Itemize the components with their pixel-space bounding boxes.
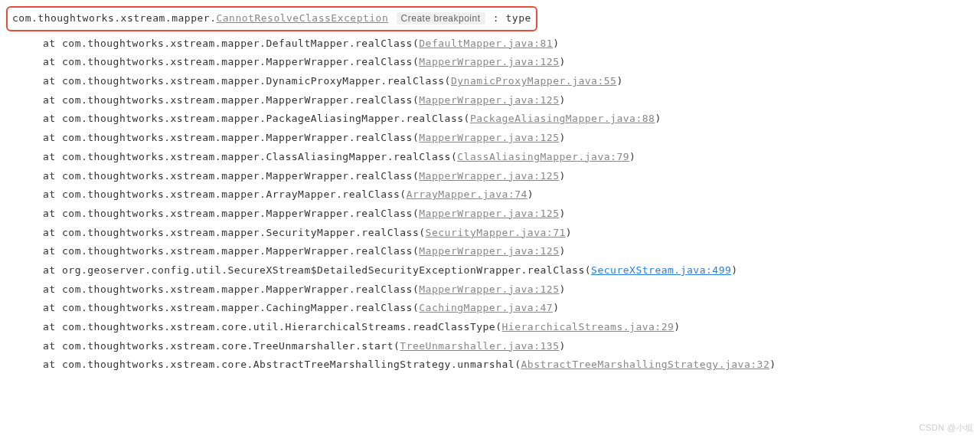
stack-method: com.thoughtworks.xstream.mapper.CachingM… [62,302,419,313]
stack-frame: at com.thoughtworks.xstream.mapper.Mappe… [6,280,974,300]
source-file-link[interactable]: MapperWrapper.java:125 [419,245,559,257]
source-file-link[interactable]: PackageAliasingMapper.java:88 [470,113,655,124]
stack-method: com.thoughtworks.xstream.mapper.PackageA… [62,113,470,124]
exception-header: com.thoughtworks.xstream.mapper.CannotRe… [6,6,537,31]
stack-suffix: ) [559,245,565,257]
stack-prefix: at [43,359,62,370]
stack-prefix: at [43,321,62,333]
stack-frame: at org.geoserver.config.util.SecureXStre… [6,261,974,280]
source-file-link[interactable]: CachingMapper.java:47 [419,302,553,313]
source-file-link[interactable]: MapperWrapper.java:125 [419,170,559,182]
stack-method: com.thoughtworks.xstream.core.TreeUnmars… [62,340,400,352]
stack-prefix: at [43,283,62,295]
stack-method: org.geoserver.config.util.SecureXStream$… [62,264,591,276]
stack-suffix: ) [731,264,737,276]
source-file-link[interactable]: ArrayMapper.java:74 [407,188,528,200]
stack-method: com.thoughtworks.xstream.mapper.MapperWr… [62,245,419,257]
stack-frame: at com.thoughtworks.xstream.mapper.Defau… [6,34,974,54]
stack-trace: at com.thoughtworks.xstream.mapper.Defau… [6,34,974,375]
stack-prefix: at [43,75,62,87]
exception-message: : type [493,12,531,24]
stack-frame: at com.thoughtworks.xstream.core.util.Hi… [6,318,974,337]
stack-frame: at com.thoughtworks.xstream.mapper.Mappe… [6,129,974,148]
exception-package: com.thoughtworks.xstream.mapper. [12,12,216,24]
stack-frame: at com.thoughtworks.xstream.mapper.Secur… [6,224,974,243]
stack-frame: at com.thoughtworks.xstream.mapper.Mappe… [6,53,974,72]
source-file-link[interactable]: MapperWrapper.java:125 [419,94,559,106]
source-file-link[interactable]: MapperWrapper.java:125 [419,283,559,295]
stack-frame: at com.thoughtworks.xstream.mapper.Class… [6,148,974,167]
stack-prefix: at [43,113,62,124]
stack-suffix: ) [528,188,534,200]
stack-suffix: ) [553,38,559,49]
stack-method: com.thoughtworks.xstream.mapper.MapperWr… [62,170,419,182]
stack-suffix: ) [559,340,565,352]
stack-suffix: ) [559,283,565,295]
source-file-link[interactable]: HierarchicalStreams.java:29 [502,321,675,333]
stack-prefix: at [43,188,62,200]
stack-prefix: at [43,94,62,106]
stack-suffix: ) [559,56,565,67]
stack-suffix: ) [559,132,565,143]
stack-frame: at com.thoughtworks.xstream.core.Abstrac… [6,355,974,375]
source-file-link[interactable]: SecureXStream.java:499 [591,264,731,276]
source-file-link[interactable]: MapperWrapper.java:125 [419,132,559,143]
stack-prefix: at [43,302,62,313]
stack-prefix: at [43,170,62,182]
stack-method: com.thoughtworks.xstream.core.AbstractTr… [62,359,521,370]
source-file-link[interactable]: TreeUnmarshaller.java:135 [400,340,559,352]
stack-suffix: ) [629,151,635,162]
stack-frame: at com.thoughtworks.xstream.mapper.Mappe… [6,167,974,186]
stack-method: com.thoughtworks.xstream.mapper.MapperWr… [62,56,419,67]
source-file-link[interactable]: ClassAliasingMapper.java:79 [457,151,629,162]
exception-class-link[interactable]: CannotResolveClassException [216,12,388,24]
stack-suffix: ) [655,113,661,124]
stack-suffix: ) [559,94,565,106]
stack-suffix: ) [559,170,565,182]
stack-frame: at com.thoughtworks.xstream.mapper.Packa… [6,110,974,129]
source-file-link[interactable]: MapperWrapper.java:125 [419,56,559,67]
source-file-link[interactable]: DefaultMapper.java:81 [419,38,553,49]
stack-suffix: ) [616,75,622,87]
stack-method: com.thoughtworks.xstream.mapper.ClassAli… [62,151,457,162]
stack-suffix: ) [553,302,559,313]
stack-frame: at com.thoughtworks.xstream.mapper.Cachi… [6,299,974,318]
stack-prefix: at [43,227,62,238]
stack-suffix: ) [769,359,776,370]
stack-prefix: at [43,151,62,162]
source-file-link[interactable]: AbstractTreeMarshallingStrategy.java:32 [521,359,770,370]
stack-prefix: at [43,340,62,352]
stack-method: com.thoughtworks.xstream.mapper.MapperWr… [62,283,419,295]
stack-prefix: at [43,132,62,143]
stack-method: com.thoughtworks.xstream.mapper.DefaultM… [62,38,419,49]
stack-method: com.thoughtworks.xstream.mapper.Security… [62,227,426,238]
stack-method: com.thoughtworks.xstream.mapper.ArrayMap… [62,188,407,200]
create-breakpoint-button[interactable]: Create breakpoint [397,12,485,25]
stack-prefix: at [43,245,62,257]
source-file-link[interactable]: DynamicProxyMapper.java:55 [451,75,617,87]
stack-method: com.thoughtworks.xstream.mapper.MapperWr… [62,132,419,143]
stack-method: com.thoughtworks.xstream.core.util.Hiera… [62,321,502,333]
stack-frame: at com.thoughtworks.xstream.core.TreeUnm… [6,337,974,356]
stack-prefix: at [43,208,62,219]
stack-method: com.thoughtworks.xstream.mapper.MapperWr… [62,208,419,219]
stack-frame: at com.thoughtworks.xstream.mapper.Array… [6,185,974,205]
stack-frame: at com.thoughtworks.xstream.mapper.Dynam… [6,72,974,91]
source-file-link[interactable]: MapperWrapper.java:125 [419,208,559,219]
stack-suffix: ) [674,321,680,333]
stack-prefix: at [43,38,62,49]
source-file-link[interactable]: SecurityMapper.java:71 [426,227,566,238]
stack-frame: at com.thoughtworks.xstream.mapper.Mappe… [6,205,974,224]
stack-method: com.thoughtworks.xstream.mapper.MapperWr… [62,94,419,106]
stack-suffix: ) [559,208,565,219]
stack-method: com.thoughtworks.xstream.mapper.DynamicP… [62,75,451,87]
stack-prefix: at [43,264,62,276]
stack-frame: at com.thoughtworks.xstream.mapper.Mappe… [6,242,974,261]
stack-prefix: at [43,56,62,67]
stack-suffix: ) [566,227,572,238]
stack-frame: at com.thoughtworks.xstream.mapper.Mappe… [6,91,974,110]
